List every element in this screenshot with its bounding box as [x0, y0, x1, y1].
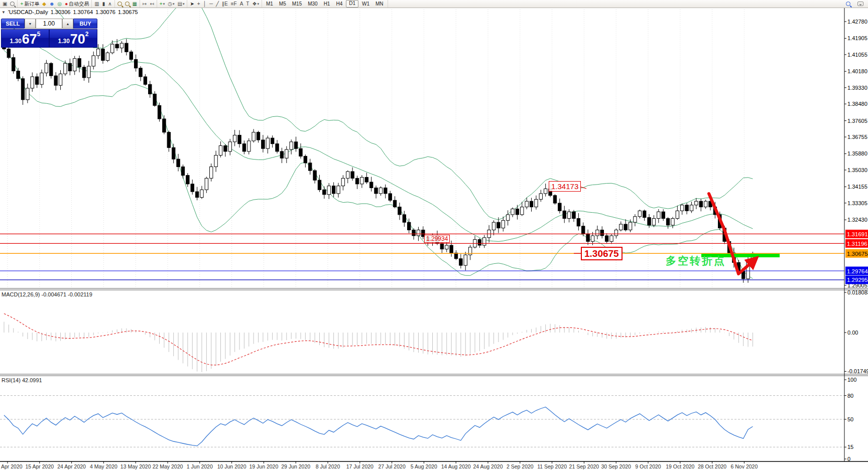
quote-open: 1.30306: [51, 9, 71, 15]
svg-text:1.33305: 1.33305: [847, 200, 867, 206]
indicators-icon[interactable]: +▾: [158, 1, 166, 7]
svg-text:0.018083: 0.018083: [847, 289, 868, 295]
auto-scroll-icon[interactable]: ↦: [141, 1, 148, 7]
svg-text:1 Jun 2020: 1 Jun 2020: [187, 463, 213, 469]
svg-text:29 Jun 2020: 29 Jun 2020: [281, 463, 310, 469]
svg-text:15: 15: [847, 444, 853, 450]
tab-timeframe-d1[interactable]: D1: [346, 0, 358, 8]
tab-timeframe-m1[interactable]: M1: [264, 1, 276, 7]
svg-text:1.35030: 1.35030: [847, 167, 867, 173]
new-chart-icon[interactable]: ▣: [1, 1, 9, 7]
buy-button[interactable]: BUY: [73, 19, 97, 29]
svg-text:13 May 2020: 13 May 2020: [120, 463, 151, 469]
tab-timeframe-h4[interactable]: H4: [333, 1, 345, 7]
toolbar-group-chart-type: ▥▮∧: [92, 0, 114, 8]
svg-text:6 Nov 2020: 6 Nov 2020: [731, 463, 758, 469]
buy-price-sup: 2: [85, 31, 89, 38]
symbol-title: 'USDCAD-,Daily: [8, 9, 48, 15]
chart-shift-icon[interactable]: ↤: [148, 1, 155, 7]
svg-text:5 Aug 2020: 5 Aug 2020: [411, 463, 437, 469]
sell-price-sup: 5: [37, 31, 41, 38]
svg-text:1.30675: 1.30675: [847, 251, 868, 257]
label-icon[interactable]: T: [244, 1, 251, 7]
svg-text:1.31196: 1.31196: [847, 241, 867, 247]
signal-icon[interactable]: ◎: [56, 1, 64, 7]
buy-price-box[interactable]: 1.30 70 2: [49, 29, 97, 48]
svg-text:1.37605: 1.37605: [847, 118, 867, 124]
svg-text:19 Oct 2020: 19 Oct 2020: [666, 463, 694, 469]
chart-preview-icon[interactable]: [9, 1, 16, 7]
tab-timeframe-m30[interactable]: M30: [305, 1, 320, 7]
candlestick-chart-icon[interactable]: ▮: [101, 1, 107, 7]
svg-text:0: 0: [847, 456, 850, 462]
quote-header: ▼ 'USDCAD-,Daily 1.30306 1.30764 1.30076…: [2, 9, 138, 15]
fibonacci-icon[interactable]: ≡F: [229, 1, 238, 7]
trendline-icon[interactable]: ╱: [214, 1, 220, 7]
annotation-high-price: 1.34173: [549, 181, 581, 192]
text-icon[interactable]: A: [238, 1, 245, 7]
svg-text:28 Oct 2020: 28 Oct 2020: [698, 463, 726, 469]
tab-timeframe-h1[interactable]: H1: [321, 1, 333, 7]
crosshair-icon[interactable]: +: [196, 1, 202, 7]
sell-button[interactable]: SELL: [1, 19, 25, 29]
templates-icon[interactable]: ▤▾: [176, 1, 186, 7]
svg-text:30 Sep 2020: 30 Sep 2020: [601, 463, 631, 469]
shapes-icon[interactable]: ❖▾: [251, 1, 260, 7]
search-icon[interactable]: [844, 1, 852, 7]
svg-text:1.39330: 1.39330: [847, 85, 867, 91]
periods-icon[interactable]: ◷▾: [166, 1, 176, 7]
svg-text:80: 80: [847, 393, 853, 399]
tab-timeframe-w1[interactable]: W1: [359, 1, 372, 7]
sell-price-box[interactable]: 1.30 67 5: [1, 29, 49, 48]
chat-icon[interactable]: [856, 1, 865, 7]
svg-text:21 Sep 2020: 21 Sep 2020: [569, 463, 599, 469]
svg-text:1.31691: 1.31691: [847, 231, 868, 237]
zoom-in-icon[interactable]: [116, 1, 123, 7]
tab-timeframe-mn[interactable]: MN: [373, 1, 386, 7]
buy-price-small: 1.30: [58, 38, 69, 45]
channel-icon[interactable]: ∥E: [220, 1, 229, 7]
line-chart-icon[interactable]: ∧: [106, 1, 113, 7]
svg-text:1.32430: 1.32430: [847, 217, 867, 223]
svg-text:17 Jul 2020: 17 Jul 2020: [346, 463, 374, 469]
annotation-pivot-price: 1.30675: [581, 247, 623, 260]
volume-increase-button[interactable]: ▲: [62, 19, 73, 29]
svg-text:27 Jul 2020: 27 Jul 2020: [378, 463, 405, 469]
svg-text:0.00: 0.00: [847, 330, 858, 336]
new-order-button[interactable]: +新订单: [19, 1, 41, 7]
profile-icon[interactable]: ☻: [48, 1, 56, 7]
svg-text:1.42780: 1.42780: [847, 19, 867, 25]
horizontal-line-icon[interactable]: ─: [208, 1, 214, 7]
svg-text:1.41905: 1.41905: [847, 35, 867, 41]
toolbar-group-insert: +▾◷▾▤▾: [157, 0, 188, 8]
bar-chart-icon[interactable]: ▥: [93, 1, 100, 7]
tab-timeframe-m5[interactable]: M5: [277, 1, 289, 7]
tab-timeframe-m15[interactable]: M15: [290, 1, 304, 7]
main-toolbar: ▣+新订单◆☻◎●自动交易▥▮∧▦↦↤+▾◷▾▤▾➤+│─╱∥E≡FAT❖▾M1…: [0, 0, 868, 8]
svg-text:-0.017497: -0.017497: [847, 368, 868, 374]
svg-text:9 Oct 2020: 9 Oct 2020: [635, 463, 661, 469]
cursor-icon[interactable]: ➤: [188, 1, 195, 7]
sell-price-small: 1.30: [10, 38, 21, 45]
svg-text:14 Aug 2020: 14 Aug 2020: [441, 463, 471, 469]
vertical-line-icon[interactable]: │: [202, 1, 208, 7]
quote-low: 1.30076: [95, 9, 115, 15]
volume-input[interactable]: 1.00: [36, 19, 62, 29]
toolbar-group-timeframes: M1M5M15M30H1H4D1W1MN: [262, 0, 388, 8]
svg-text:8 Jul 2020: 8 Jul 2020: [316, 463, 340, 469]
auto-trading-button[interactable]: ●自动交易: [63, 1, 90, 7]
svg-text:Apr 2020: Apr 2020: [1, 463, 23, 469]
market-icon[interactable]: ◆: [41, 1, 48, 7]
volume-decrease-button[interactable]: ▼: [25, 19, 36, 29]
tile-windows-icon[interactable]: ▦: [131, 1, 139, 7]
svg-text:1.29295: 1.29295: [847, 277, 868, 283]
chevron-down-icon[interactable]: ▼: [2, 10, 6, 15]
quote-close: 1.30675: [118, 9, 138, 15]
svg-text:1.34155: 1.34155: [847, 184, 867, 190]
zoom-out-icon[interactable]: [123, 1, 131, 7]
svg-text:24 Apr 2020: 24 Apr 2020: [57, 463, 86, 469]
svg-text:2 Sep 2020: 2 Sep 2020: [507, 463, 534, 469]
buy-price-big: 70: [70, 33, 85, 46]
annotation-low-price: 1.29934: [424, 235, 450, 243]
svg-text:10 Jun 2020: 10 Jun 2020: [217, 463, 246, 469]
